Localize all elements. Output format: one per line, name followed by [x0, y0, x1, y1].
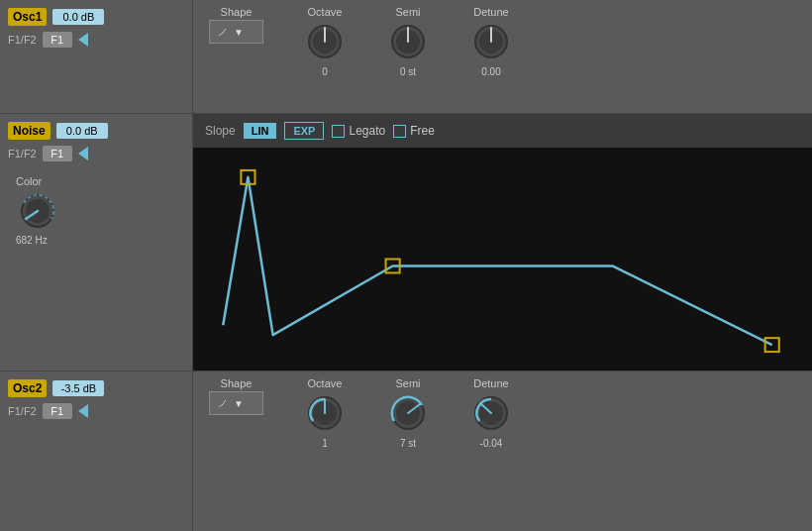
envelope-panel: Slope LIN EXP Legato Free	[193, 114, 812, 371]
detune-knob-bottom[interactable]	[469, 391, 513, 435]
shape-dropdown-arrow-bottom: ▼	[234, 398, 244, 409]
osc1-f1-value[interactable]: F1	[43, 32, 72, 48]
semi-knob-top[interactable]	[386, 20, 430, 63]
osc2-f1f2-row: F1/F2 F1	[8, 403, 184, 419]
legato-group: Legato	[332, 124, 385, 138]
noise-panel: Noise 0.0 dB F1/F2 F1 Color 682 Hz	[0, 114, 193, 371]
octave-label-bottom: Octave	[308, 377, 343, 389]
osc2-volume[interactable]: -3.5 dB	[52, 380, 104, 396]
noise-f1-arrow[interactable]	[78, 147, 88, 160]
osc2-panel: Osc2 -3.5 dB F1/F2 F1	[0, 372, 193, 531]
free-label: Free	[410, 124, 435, 138]
legato-checkbox[interactable]	[332, 125, 345, 138]
detune-value-top: 0.00	[481, 66, 500, 77]
shape-group-bottom: Shape ⟋ ▼	[209, 377, 263, 415]
semi-label-bottom: Semi	[395, 377, 420, 389]
slope-label: Slope	[205, 124, 236, 138]
detune-group-bottom: Detune -0.04	[469, 377, 513, 449]
osc2-row: Osc2 -3.5 dB	[8, 379, 184, 397]
noise-f1f2-row: F1/F2 F1	[8, 146, 184, 161]
shape-selector-top[interactable]: ⟋ ▼	[209, 20, 263, 44]
osc1-label[interactable]: Osc1	[8, 8, 47, 26]
osc2-label[interactable]: Osc2	[8, 379, 47, 397]
osc2-f1-arrow[interactable]	[78, 404, 88, 418]
noise-volume[interactable]: 0.0 dB	[56, 123, 108, 139]
octave-value-bottom: 1	[322, 438, 328, 449]
osc1-row: Osc1 0.0 dB	[8, 8, 184, 26]
detune-value-bottom: -0.04	[480, 438, 503, 449]
color-value: 682 Hz	[16, 235, 48, 246]
middle-row: Noise 0.0 dB F1/F2 F1 Color 682 Hz	[0, 114, 812, 372]
octave-knob-top[interactable]	[303, 20, 347, 63]
osc2-f1f2-label: F1/F2	[8, 405, 37, 417]
color-group: Color 682 Hz	[8, 175, 184, 246]
octave-label-top: Octave	[308, 6, 343, 18]
osc2-f1-value[interactable]: F1	[43, 403, 72, 419]
octave-group-top: Octave 0	[303, 6, 347, 77]
shape-group-top: Shape ⟋ ▼	[209, 6, 263, 44]
shape-label-top: Shape	[221, 6, 253, 18]
free-checkbox[interactable]	[393, 125, 406, 138]
exp-button[interactable]: EXP	[284, 122, 324, 140]
noise-f1f2-label: F1/F2	[8, 148, 37, 159]
shape-icon-top: ⟋	[216, 24, 230, 40]
detune-knob-top[interactable]	[469, 20, 513, 63]
shape-dropdown-arrow-top: ▼	[234, 27, 244, 38]
controls-panel-top: Shape ⟋ ▼ Octave 0 Semi	[193, 0, 812, 113]
shape-label-bottom: Shape	[221, 377, 253, 389]
detune-group-top: Detune 0.00	[469, 6, 513, 77]
free-group: Free	[393, 124, 435, 138]
osc1-f1-arrow[interactable]	[78, 33, 88, 47]
noise-row: Noise 0.0 dB	[8, 122, 184, 140]
noise-label[interactable]: Noise	[8, 122, 51, 140]
bottom-row: Osc2 -3.5 dB F1/F2 F1 Shape ⟋ ▼ Octave	[0, 372, 812, 531]
svg-rect-11	[193, 148, 812, 371]
semi-label-top: Semi	[395, 6, 420, 18]
envelope-svg-area[interactable]	[193, 148, 812, 371]
color-label: Color	[16, 175, 42, 187]
envelope-svg	[193, 148, 812, 371]
color-knob[interactable]	[16, 189, 59, 233]
shape-icon-bottom: ⟋	[216, 395, 230, 411]
osc1-f1f2-label: F1/F2	[8, 34, 37, 46]
octave-group-bottom: Octave 1	[303, 377, 347, 449]
synth-ui: Osc1 0.0 dB F1/F2 F1 Shape ⟋ ▼ Octave	[0, 0, 812, 531]
semi-knob-bottom[interactable]	[386, 391, 430, 435]
osc1-volume[interactable]: 0.0 dB	[52, 9, 104, 25]
osc1-f1f2-row: F1/F2 F1	[8, 32, 184, 48]
semi-value-top: 0 st	[400, 66, 416, 77]
lin-button[interactable]: LIN	[244, 123, 277, 139]
octave-value-top: 0	[322, 66, 328, 77]
envelope-header: Slope LIN EXP Legato Free	[193, 114, 812, 148]
semi-group-top: Semi 0 st	[386, 6, 430, 77]
osc1-panel: Osc1 0.0 dB F1/F2 F1	[0, 0, 193, 113]
controls-panel-bottom: Shape ⟋ ▼ Octave 1 Se	[193, 372, 812, 531]
shape-selector-bottom[interactable]: ⟋ ▼	[209, 391, 263, 415]
octave-knob-bottom[interactable]	[303, 391, 347, 435]
semi-value-bottom: 7 st	[400, 438, 416, 449]
legato-label: Legato	[349, 124, 385, 138]
top-row: Osc1 0.0 dB F1/F2 F1 Shape ⟋ ▼ Octave	[0, 0, 812, 114]
detune-label-top: Detune	[473, 6, 508, 18]
detune-label-bottom: Detune	[473, 377, 508, 389]
noise-f1-value[interactable]: F1	[43, 146, 72, 161]
semi-group-bottom: Semi 7 st	[386, 377, 430, 449]
